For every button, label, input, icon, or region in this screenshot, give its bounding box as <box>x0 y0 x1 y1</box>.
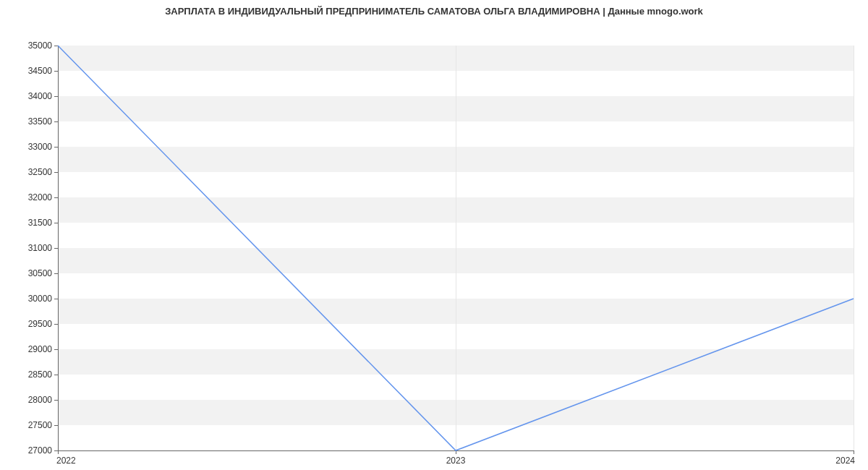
chart-container: ЗАРПЛАТА В ИНДИВИДУАЛЬНЫЙ ПРЕДПРИНИМАТЕЛ… <box>0 0 868 470</box>
chart-title: ЗАРПЛАТА В ИНДИВИДУАЛЬНЫЙ ПРЕДПРИНИМАТЕЛ… <box>0 0 868 17</box>
y-tick-label: 32500 <box>28 167 53 177</box>
y-tick-label: 29500 <box>28 319 53 329</box>
x-tick-label: 2024 <box>835 456 855 466</box>
y-tick-label: 30500 <box>28 268 53 278</box>
y-tick-label: 29000 <box>28 344 53 354</box>
y-tick-label: 31500 <box>28 218 53 228</box>
y-tick-label: 30000 <box>28 294 53 304</box>
line-chart: 2700027500280002850029000295003000030500… <box>0 17 868 470</box>
y-tick-label: 31000 <box>28 243 53 253</box>
y-tick-label: 27000 <box>28 445 53 456</box>
x-tick-label: 2023 <box>446 456 466 466</box>
y-tick-label: 35000 <box>28 40 53 51</box>
y-tick-label: 34000 <box>28 91 53 101</box>
y-tick-label: 34500 <box>28 66 53 76</box>
y-tick-label: 28000 <box>28 395 53 405</box>
x-tick-label: 2022 <box>56 456 76 466</box>
y-tick-label: 33500 <box>28 116 53 127</box>
y-tick-label: 32000 <box>28 192 53 202</box>
y-tick-label: 33000 <box>28 142 53 152</box>
y-tick-label: 28500 <box>28 369 53 380</box>
y-tick-label: 27500 <box>28 420 53 430</box>
